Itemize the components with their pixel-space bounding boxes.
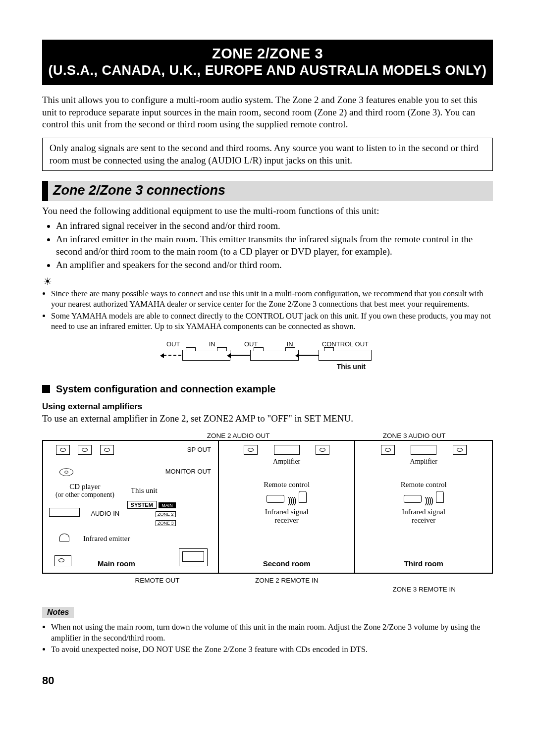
tv-icon	[179, 548, 208, 566]
component-box	[250, 350, 298, 361]
notes-list: When not using the main room, turn down …	[42, 622, 493, 654]
label-zone2-remote-in: ZONE 2 REMOTE IN	[218, 577, 356, 593]
subsection-text: System configuration and connection exam…	[56, 383, 275, 394]
tip-icon: ☀	[43, 275, 493, 287]
square-bullet-icon	[42, 385, 50, 393]
label-or-other: (or other component)	[46, 491, 124, 499]
remote-icon	[267, 495, 284, 503]
using-external-heading: Using external amplifiers	[42, 402, 493, 412]
arrow-dashed-icon	[163, 355, 181, 356]
title-main: ZONE 2/ZONE 3	[42, 45, 493, 62]
equipment-intro: You need the following additional equipm…	[42, 205, 493, 217]
tip-item: Since there are many possible ways to co…	[51, 288, 493, 310]
equipment-item: An infrared emitter in the main room. Th…	[56, 233, 493, 258]
intro-text: This unit allows you to configure a mult…	[42, 94, 493, 131]
chip-main: MAIN	[159, 502, 176, 508]
label-remote-control: Remote control	[358, 481, 489, 489]
label-main-room: Main room	[98, 559, 135, 568]
section-heading: Zone 2/Zone 3 connections	[42, 181, 493, 201]
chip-zone2: ZONE 2	[156, 511, 176, 517]
ir-receiver-icon	[299, 491, 307, 503]
chip-zone3: ZONE 3	[156, 520, 176, 526]
component-icon	[54, 555, 71, 566]
label-amplifier: Amplifier	[358, 458, 489, 466]
third-room-box: Amplifier Remote control )))) Infrared s…	[355, 440, 493, 574]
component-box	[182, 350, 230, 361]
page: ZONE 2/ZONE 3 (U.S.A., CANADA, U.K., EUR…	[0, 0, 535, 717]
label-ir-receiver-1: Infrared signal	[265, 508, 309, 516]
label-second-room: Second room	[219, 559, 355, 568]
control-out-diagram: OUT IN OUT IN CONTROL OUT This unit	[163, 340, 372, 371]
label-sp-out: SP OUT	[187, 446, 211, 453]
subsection-heading: System configuration and connection exam…	[42, 383, 493, 395]
note-item: When not using the main room, turn down …	[51, 622, 493, 643]
main-room-box: SP OUT MONITOR OUT CD player (or other c…	[42, 440, 218, 574]
label-ir-receiver-1: Infrared signal	[402, 508, 445, 516]
label-zone2-audio-out: ZONE 2 AUDIO OUT	[42, 432, 306, 439]
d1-label-in: IN	[287, 340, 293, 348]
speaker-icon	[316, 445, 329, 455]
note-item: To avoid unexpected noise, DO NOT USE th…	[51, 644, 493, 654]
equipment-item: An infrared signal receiver in the secon…	[56, 219, 493, 232]
remote-icon	[404, 495, 422, 503]
signal-icon: ))))	[425, 495, 432, 506]
equipment-list: An infrared signal receiver in the secon…	[42, 219, 493, 271]
label-this-unit: This unit	[124, 486, 164, 495]
d1-label-out: OUT	[244, 340, 258, 348]
page-number: 80	[42, 674, 493, 687]
label-zone3-audio-out: ZONE 3 AUDIO OUT	[306, 432, 493, 439]
label-remote-out: REMOTE OUT	[42, 577, 218, 593]
using-external-body: To use an external amplifier in Zone 2, …	[42, 413, 493, 425]
amp-box	[274, 445, 300, 455]
d1-this-unit-label: This unit	[163, 363, 366, 371]
equipment-item: An amplifier and speakers for the second…	[56, 259, 493, 271]
label-infrared-emitter: Infrared emitter	[83, 535, 130, 543]
speaker-icon	[100, 445, 114, 455]
arrow-icon	[230, 355, 250, 356]
d1-label-control-out: CONTROL OUT	[322, 340, 369, 348]
label-third-room: Third room	[355, 559, 492, 568]
d1-label-in: IN	[209, 340, 215, 348]
label-amplifier: Amplifier	[222, 458, 352, 466]
analog-note-box: Only analog signals are sent to the seco…	[42, 138, 493, 171]
label-ir-receiver-2: receiver	[412, 516, 435, 524]
cd-icon	[59, 468, 73, 476]
label-ir-receiver-2: receiver	[275, 516, 299, 524]
speaker-icon	[453, 445, 467, 455]
emitter-icon	[59, 534, 69, 541]
speaker-icon	[244, 445, 258, 455]
source-box	[49, 508, 80, 517]
label-monitor-out: MONITOR OUT	[165, 468, 211, 475]
signal-icon: ))))	[288, 495, 296, 506]
second-room-box: Amplifier Remote control )))) Infrared s…	[218, 440, 356, 574]
speaker-icon	[78, 445, 92, 455]
label-cd-player: CD player	[46, 483, 124, 491]
label-remote-control: Remote control	[222, 481, 352, 489]
d1-label-out: OUT	[166, 340, 180, 348]
arrow-icon	[299, 355, 319, 356]
tip-item: Some YAMAHA models are able to connect d…	[51, 311, 493, 332]
ir-receiver-icon	[436, 491, 444, 503]
tips-list: Since there are many possible ways to co…	[42, 288, 493, 332]
title-sub: (U.S.A., CANADA, U.K., EUROPE AND AUSTRA…	[42, 62, 493, 79]
label-system: SYSTEM	[127, 501, 157, 509]
title-bar: ZONE 2/ZONE 3 (U.S.A., CANADA, U.K., EUR…	[42, 40, 493, 85]
this-unit-box	[319, 350, 372, 361]
notes-heading: Notes	[42, 607, 74, 618]
label-audio-in: AUDIO IN	[91, 510, 119, 517]
speaker-icon	[381, 445, 395, 455]
label-zone3-remote-in: ZONE 3 REMOTE IN	[355, 577, 493, 593]
amp-box	[411, 445, 436, 455]
connection-diagram: ZONE 2 AUDIO OUT ZONE 3 AUDIO OUT SP OUT	[42, 432, 493, 593]
speaker-icon	[56, 445, 70, 455]
